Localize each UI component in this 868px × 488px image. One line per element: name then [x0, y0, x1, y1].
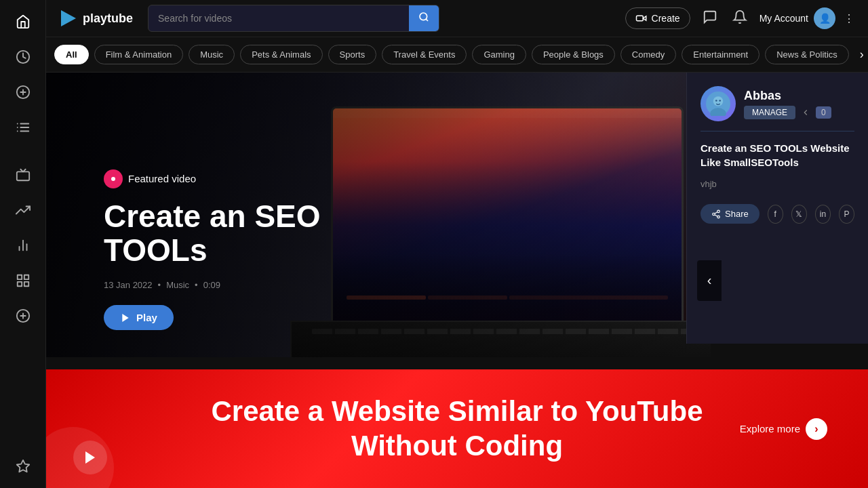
topbar-actions: Create My Account 👤 ⋮: [625, 7, 857, 30]
category-comedy[interactable]: Comedy: [620, 45, 676, 64]
user-avatar-svg: [706, 92, 730, 116]
panel-avatar: [701, 86, 736, 121]
logo[interactable]: playtube: [57, 7, 133, 29]
manage-row: MANAGE 0: [744, 106, 831, 119]
svg-point-22: [420, 13, 427, 20]
search-input[interactable]: [149, 7, 409, 29]
category-people[interactable]: People & Blogs: [532, 45, 615, 64]
category-next-arrow[interactable]: ›: [854, 45, 868, 64]
svg-point-32: [717, 210, 720, 213]
side-panel: Abbas MANAGE 0 Create an SEO TOOLs Websi…: [686, 73, 868, 344]
twitter-button[interactable]: 𝕏: [791, 205, 807, 224]
promo-icon: [73, 441, 107, 474]
category-travel[interactable]: Travel & Events: [382, 45, 467, 64]
hero-title-line2: TOOLs: [104, 232, 208, 268]
account-area[interactable]: My Account 👤 ⋮: [760, 7, 857, 29]
manage-arrow-icon: [801, 108, 810, 117]
panel-username: Abbas: [744, 89, 831, 103]
hero-duration: 0:09: [203, 280, 220, 290]
pinterest-button[interactable]: P: [839, 205, 854, 224]
search-bar: [148, 5, 439, 32]
sidebar-item-favorites[interactable]: [8, 451, 38, 481]
search-button[interactable]: [409, 5, 439, 31]
sidebar: [0, 0, 46, 488]
sidebar-item-history[interactable]: [8, 42, 38, 72]
notifications-button[interactable]: [730, 7, 750, 30]
create-button[interactable]: Create: [625, 7, 690, 29]
account-name: My Account: [760, 13, 808, 24]
hero-prev-button[interactable]: ‹: [697, 260, 722, 301]
promo-play-icon: [82, 449, 98, 466]
bell-icon: [732, 9, 747, 24]
svg-point-30: [715, 100, 717, 102]
promo-line2: Without Coding: [351, 430, 563, 462]
svg-rect-16: [24, 282, 28, 286]
panel-count-badge: 0: [816, 106, 831, 119]
svg-point-31: [719, 100, 721, 102]
sidebar-item-grid[interactable]: [8, 266, 38, 296]
svg-point-25: [111, 177, 115, 181]
messages-button[interactable]: [700, 7, 720, 30]
sidebar-item-video[interactable]: [8, 160, 38, 190]
explore-more-button[interactable]: Explore more ›: [740, 418, 827, 440]
create-label: Create: [652, 13, 680, 24]
svg-line-23: [426, 19, 428, 21]
play-button[interactable]: Play: [104, 305, 174, 330]
category-sports[interactable]: Sports: [328, 45, 377, 64]
hero-content: Featured video Create an SEO TOOLs 13 Ja…: [104, 169, 321, 330]
content-area: Featured video Create an SEO TOOLs 13 Ja…: [46, 73, 868, 488]
sidebar-item-stats[interactable]: [8, 230, 38, 260]
create-icon: [635, 12, 648, 24]
svg-line-35: [715, 214, 717, 216]
hero-title: Create an SEO TOOLs: [104, 199, 321, 268]
linkedin-button[interactable]: in: [815, 205, 831, 224]
promo-banner: Create a Website Similar to YouTube With…: [46, 369, 868, 488]
category-film[interactable]: Film & Animation: [94, 45, 184, 64]
topbar: playtube Create: [46, 0, 868, 37]
svg-point-34: [717, 216, 720, 218]
hero-meta: 13 Jan 2022 • Music • 0:09: [104, 280, 321, 290]
sidebar-item-trending[interactable]: [8, 195, 38, 225]
category-gaming[interactable]: Gaming: [472, 45, 526, 64]
svg-marker-26: [122, 314, 128, 322]
category-entertainment[interactable]: Entertainment: [682, 45, 760, 64]
facebook-button[interactable]: f: [768, 205, 783, 224]
brand-name: playtube: [83, 12, 133, 26]
category-news[interactable]: News & Politics: [765, 45, 849, 64]
sidebar-item-home[interactable]: [8, 7, 38, 37]
category-pets[interactable]: Pets & Animals: [240, 45, 322, 64]
panel-channel: vhjb: [701, 179, 854, 189]
featured-dot: [104, 169, 123, 188]
hero-section: Featured video Create an SEO TOOLs 13 Ja…: [46, 73, 711, 357]
explore-more-label: Explore more: [740, 423, 800, 434]
featured-label-area: Featured video: [104, 169, 321, 188]
account-menu-button[interactable]: ⋮: [841, 9, 857, 28]
featured-label-text: Featured video: [128, 173, 196, 184]
sidebar-item-add-video[interactable]: [8, 301, 38, 331]
promo-line1: Create a Website Similar to YouTube: [211, 395, 703, 427]
play-label: Play: [136, 312, 157, 323]
account-avatar: 👤: [814, 7, 835, 29]
svg-rect-10: [16, 171, 28, 180]
promo-text: Create a Website Similar to YouTube With…: [211, 394, 703, 463]
main-content: playtube Create: [46, 0, 868, 488]
svg-rect-15: [24, 275, 28, 279]
manage-button[interactable]: MANAGE: [744, 106, 795, 119]
svg-line-36: [715, 211, 717, 213]
category-all[interactable]: All: [54, 45, 89, 64]
svg-marker-21: [16, 460, 28, 472]
category-music[interactable]: Music: [189, 45, 235, 64]
share-button[interactable]: Share: [701, 204, 760, 224]
hero-category: Music: [166, 280, 189, 290]
panel-user-info: Abbas MANAGE 0: [744, 89, 831, 119]
featured-dot-icon: [109, 175, 117, 183]
play-icon: [120, 312, 131, 323]
panel-user: Abbas MANAGE 0: [701, 86, 854, 121]
svg-marker-37: [85, 451, 95, 464]
explore-arrow-icon: ›: [806, 418, 827, 440]
svg-rect-17: [17, 282, 21, 286]
search-icon: [418, 12, 429, 22]
sidebar-item-monetize[interactable]: [8, 77, 38, 107]
sidebar-item-analytics[interactable]: [8, 113, 38, 142]
playtube-logo-icon: [57, 7, 79, 29]
